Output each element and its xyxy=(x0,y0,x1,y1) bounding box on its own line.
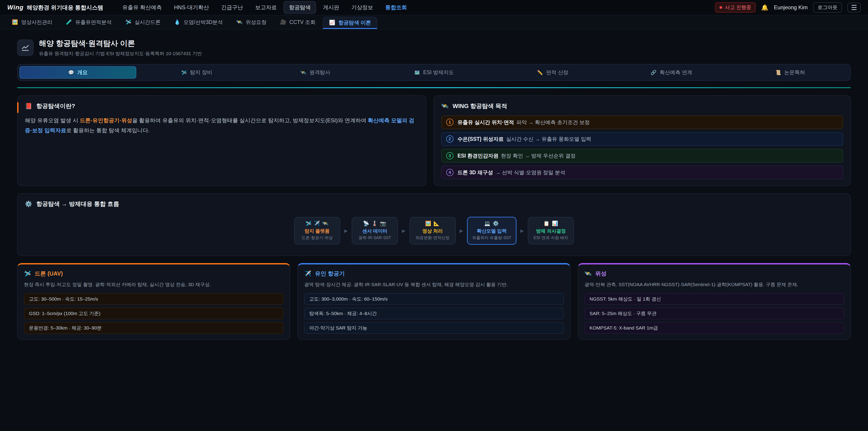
logout-button[interactable]: 로그아웃 xyxy=(813,2,842,13)
flow-step-title: 탐지 플랫폼 xyxy=(299,228,335,234)
nav-item-spill-prediction[interactable]: 유출유 확산예측 xyxy=(117,1,167,14)
platform-icons: 🛩️ ✈️ 🛰️ xyxy=(299,221,335,226)
flow-step-title: 방제 의사결정 xyxy=(533,228,569,234)
platform-title-label: 위성 xyxy=(595,270,607,277)
tab-label: CCTV 조회 xyxy=(289,19,315,26)
purpose-item-text: 수온(SST) 위성자료 실시간 수신 → 유출유 풍화모델 입력 xyxy=(458,135,591,143)
section-pill-bar: 💬 개요 🛩️ 탐지 장비 🛰️ 원격탐사 🗺️ ESI 방제지도 ✏️ 면적 … xyxy=(17,64,851,81)
arrow-right-icon: ▶ xyxy=(520,228,524,234)
purpose-item-1: 1 유출유 실시간 위치·면적 파악 → 확산예측 초기조건 보정 xyxy=(441,116,843,129)
page-header-text: 해양 항공탐색·원격탐사 이론 유출유 원격탐지·항공감시 기법·ESI 방제정… xyxy=(39,38,202,57)
nav-item-board[interactable]: 게시판 xyxy=(317,1,344,14)
tab-label: 위성요청 xyxy=(246,19,267,26)
pill-papers-patents[interactable]: 📜 논문특허 xyxy=(732,66,848,79)
tab-aerial-search-theory[interactable]: 📈 항공탐색 이론 xyxy=(323,17,377,29)
spec-row: 고도: 30–500m · 속도: 15–25m/s xyxy=(24,293,283,305)
pill-area-calculation[interactable]: ✏️ 면적 산정 xyxy=(494,66,611,79)
purpose-item-text: ESI 환경민감자원 현장 확인 → 방제 우선순위 결정 xyxy=(458,152,576,159)
incident-status-badge[interactable]: 사고 진행중 xyxy=(715,2,756,13)
satellite-icon: 🛰️ xyxy=(585,270,592,277)
pill-label: 탐지 장비 xyxy=(190,69,212,76)
about-seg1: 해양 유류오염 발생 시 xyxy=(25,117,80,123)
main-nav: 유출유 확산예측 HNS·대기확산 긴급구난 보고자료 항공탐색 게시판 기상정… xyxy=(117,1,412,14)
gear-icon: ⚙️ xyxy=(25,201,32,208)
incident-dot-icon xyxy=(719,6,722,9)
satellite-description: 광역·반복 관측. SST(NOAA AVHRR·NGSST)·SAR(Sent… xyxy=(585,281,844,288)
nav-item-hns-diffusion[interactable]: HNS·대기확산 xyxy=(168,1,215,14)
pill-overview[interactable]: 💬 개요 xyxy=(20,66,136,79)
purpose-title: WING 항공탐색 목적 xyxy=(453,102,507,110)
satellite-icon: 🛰️ xyxy=(237,19,243,25)
main-content: 해양 항공탐색·원격탐사 이론 유출유 원격탐지·항공감시 기법·ESI 방제정… xyxy=(0,29,868,340)
decision-icons: 📋 📊 xyxy=(533,221,569,226)
purpose-item-text: 유출유 실시간 위치·면적 파악 → 확산예측 초기조건 보정 xyxy=(458,119,590,126)
nav-item-integrated-search[interactable]: 통합조회 xyxy=(380,1,412,14)
drone-icon: 🛩️ xyxy=(24,270,31,277)
flow-step-model-input: 💻 ⚙️ 확산모델 입력 유출위치·유출량·SST xyxy=(467,217,516,245)
flow-card-header: ⚙️ 항공탐색 → 방제대응 통합 흐름 xyxy=(25,200,843,208)
flow-step-image-processing: 🖼️ 📐 영상 처리 좌표변환·면적산정 xyxy=(410,217,456,245)
tab-label: 항공탐색 이론 xyxy=(338,19,371,26)
scroll-icon: 📜 xyxy=(775,70,781,75)
pill-label: 면적 산정 xyxy=(546,69,568,76)
satellite-spec-list: NGSST: 5km 해상도 · 일 1회 갱신 SAR: 5–25m 해상도 … xyxy=(585,293,844,334)
platform-title-label: 유인 항공기 xyxy=(315,270,345,277)
page-title: 해양 항공탐색·원격탐사 이론 xyxy=(39,38,202,49)
tab-image-photo-management[interactable]: 🖼️ 영상사진관리 xyxy=(5,16,59,29)
sub-nav: 🖼️ 영상사진관리 🧪 유출유면적분석 🛩️ 실시간드론 💧 오염/선박3D분석… xyxy=(0,16,868,29)
spec-row: 고도: 300–3,000m · 속도: 60–150m/s xyxy=(304,293,564,305)
satellite-card: 🛰️ 위성 광역·반복 관측. SST(NOAA AVHRR·NGSST)·SA… xyxy=(578,263,851,340)
flow-step-detection-platform: 🛩️ ✈️ 🛰️ 탐지 플랫폼 드론·항공기·위성 xyxy=(294,217,340,245)
flow-step-title: 확산모델 입력 xyxy=(472,228,511,234)
tab-pollution-ship-3d[interactable]: 💧 오염/선박3D분석 xyxy=(168,16,229,29)
pill-label: 개요 xyxy=(77,69,88,76)
flow-step-subtitle: 좌표변환·면적산정 xyxy=(414,235,451,241)
purpose-card-header: 🛰️ WING 항공탐색 목적 xyxy=(441,102,843,110)
tab-oil-area-analysis[interactable]: 🧪 유출유면적분석 xyxy=(59,16,118,29)
user-name: Eunjeong Kim xyxy=(774,4,808,11)
top-right-controls: 사고 진행중 🔔 Eunjeong Kim 로그아웃 ☰ xyxy=(715,2,861,13)
nav-item-weather-info[interactable]: 기상정보 xyxy=(346,1,378,14)
tab-satellite-request[interactable]: 🛰️ 위성요청 xyxy=(230,16,273,29)
purpose-item-3: 3 ESI 환경민감자원 현장 확인 → 방제 우선순위 결정 xyxy=(441,149,843,162)
flow-step-title: 센서 데이터 xyxy=(357,228,393,234)
pill-remote-sensing[interactable]: 🛰️ 원격탐사 xyxy=(257,66,374,79)
flow-step-subtitle: 유출위치·유출량·SST xyxy=(472,235,511,241)
pill-prediction-link[interactable]: 🔗 확산예측 연계 xyxy=(613,66,730,79)
nav-item-aerial-search[interactable]: 항공탐색 xyxy=(283,1,316,14)
nav-item-emergency-rescue[interactable]: 긴급구난 xyxy=(216,1,248,14)
overview-grid: 📕 항공탐색이란? 해양 유류오염 발생 시 드론·유인항공기·위성을 활용하여… xyxy=(17,95,851,186)
flow-step-response-decision: 📋 📊 방제 의사결정 ESI 연계·자원 배치 xyxy=(528,217,574,245)
pill-esi-map[interactable]: 🗺️ ESI 방제지도 xyxy=(375,66,492,79)
purpose-list: 1 유출유 실시간 위치·면적 파악 → 확산예측 초기조건 보정 2 수온(S… xyxy=(441,116,843,179)
flow-step-subtitle: 드론·항공기·위성 xyxy=(299,235,335,241)
flow-step-subtitle: ESI 연계·자원 배치 xyxy=(533,235,569,241)
about-description: 해양 유류오염 발생 시 드론·유인항공기·위성을 활용하여 유출유의 위치·면… xyxy=(25,116,418,135)
manned-aircraft-card: ✈️ 유인 항공기 광역 탐색·장시간 체공. 광학·IR·SAR·SLAR·U… xyxy=(298,263,570,340)
orange-accent-bar xyxy=(17,102,19,113)
about-seg3: 을 활용하여 유출유의 위치·면적·오염형태를 실시간으로 탐지하고, 방제정보… xyxy=(132,117,368,123)
purpose-card: 🛰️ WING 항공탐색 목적 1 유출유 실시간 위치·면적 파악 → 확산예… xyxy=(434,95,851,186)
tab-label: 오염/선박3D분석 xyxy=(184,19,223,26)
nav-item-reports[interactable]: 보고자료 xyxy=(250,1,282,14)
number-badge-2: 2 xyxy=(446,135,454,143)
pill-label: 확산예측 연계 xyxy=(659,69,692,76)
tab-realtime-drone[interactable]: 🛩️ 실시간드론 xyxy=(119,16,167,29)
page-header: 해양 항공탐색·원격탐사 이론 유출유 원격탐지·항공감시 기법·ESI 방제정… xyxy=(17,38,851,57)
hamburger-menu-icon[interactable]: ☰ xyxy=(847,3,861,12)
drone-icon: 🛩️ xyxy=(125,19,131,25)
link-icon: 🔗 xyxy=(651,70,656,75)
tab-cctv-view[interactable]: 🎥 CCTV 조회 xyxy=(274,16,322,29)
pill-label: 원격탐사 xyxy=(309,69,330,76)
arrow-right-icon: ▶ xyxy=(460,228,463,234)
aircraft-card-title: ✈️ 유인 항공기 xyxy=(304,270,564,277)
number-badge-3: 3 xyxy=(446,152,454,159)
pill-detection-equipment[interactable]: 🛩️ 탐지 장비 xyxy=(138,66,255,79)
flow-step-subtitle: 광학·IR·SAR·SST xyxy=(357,235,393,241)
spec-row: SAR: 5–25m 해상도 · 구름 무관 xyxy=(585,308,844,319)
map-icon: 🗺️ xyxy=(414,70,420,75)
notification-bell-icon[interactable]: 🔔 xyxy=(761,4,768,11)
aircraft-spec-list: 고도: 300–3,000m · 속도: 60–150m/s 탐색폭: 5–50… xyxy=(304,293,564,334)
flow-diagram: 🛩️ ✈️ 🛰️ 탐지 플랫폼 드론·항공기·위성 ▶ 📡 🌡️ 📷 센서 데이… xyxy=(25,217,843,245)
top-bar: Wing 해양환경 위기대응 통합시스템 유출유 확산예측 HNS·대기확산 긴… xyxy=(0,0,868,16)
